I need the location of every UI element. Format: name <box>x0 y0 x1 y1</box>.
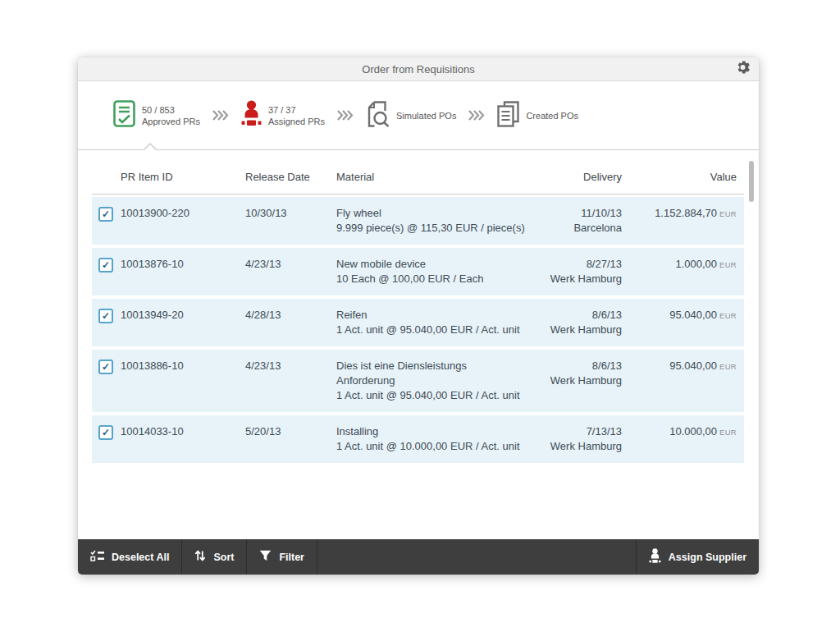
value-cell: 95.040,00EUR <box>622 308 737 337</box>
value-cell: 1.000,00EUR <box>622 257 737 286</box>
checkmark-icon: ✓ <box>102 428 110 437</box>
value-cell: 1.152.884,70EUR <box>622 206 737 236</box>
material-detail: 9.999 piece(s) @ 115,30 EUR / piece(s) <box>336 221 525 236</box>
pr-item-id-cell: 10013876-10 <box>121 257 245 286</box>
pr-item-id-cell: 10013949-20 <box>121 308 245 337</box>
pr-item-id-cell: 10013886-10 <box>121 359 245 403</box>
value-amount: 1.000,00 <box>675 258 717 270</box>
row-checkbox[interactable]: ✓ <box>98 360 113 374</box>
chevron-separator-icon <box>337 110 354 121</box>
deselect-all-button[interactable]: Deselect All <box>78 539 182 575</box>
material-name: Fly wheel <box>336 206 525 221</box>
table-row[interactable]: ✓ 10013886-10 4/23/13 Dies ist eine Dien… <box>92 350 744 412</box>
filter-funnel-icon <box>259 550 272 564</box>
row-checkbox[interactable]: ✓ <box>98 309 113 323</box>
delivery-date: 8/6/13 <box>540 308 622 323</box>
step-count: 50 / 853 <box>142 104 200 116</box>
currency-label: EUR <box>719 209 737 218</box>
column-header-material: Material <box>336 171 540 183</box>
value-amount: 95.040,00 <box>669 360 717 372</box>
step-text: 50 / 853 Approved PRs <box>142 104 200 127</box>
material-detail: 1 Act. unit @ 10.000,00 EUR / Act. unit <box>336 439 525 454</box>
step-label: Simulated POs <box>396 110 456 121</box>
sort-button[interactable]: Sort <box>182 539 247 575</box>
filter-button[interactable]: Filter <box>247 539 317 575</box>
delivery-location: Werk Hamburg <box>540 323 622 337</box>
pr-item-id-cell: 10013900-220 <box>121 206 245 236</box>
step-created-pos[interactable]: Created POs <box>497 101 578 131</box>
pr-items-table: PR Item ID Release Date Material Deliver… <box>78 150 759 539</box>
material-cell: Dies ist eine Diensleistungs Anforderung… <box>336 359 540 403</box>
value-amount: 1.152.884,70 <box>655 207 717 219</box>
delivery-location: Werk Hamburg <box>540 439 622 454</box>
material-detail: 1 Act. unit @ 95.040,00 EUR / Act. unit <box>336 323 525 337</box>
assigned-prs-supplier-stamp-icon <box>241 100 262 131</box>
table-row[interactable]: ✓ 10013876-10 4/23/13 New mobile device … <box>92 248 744 295</box>
delivery-location: Werk Hamburg <box>540 373 622 388</box>
gear-icon <box>736 61 750 78</box>
footer-toolbar: Deselect All Sort Filter <box>78 539 759 575</box>
table-body: ✓ 10013900-220 10/30/13 Fly wheel 9.999 … <box>78 197 759 463</box>
column-header-pr-item-id: PR Item ID <box>121 171 245 183</box>
delivery-date: 7/13/13 <box>540 424 622 439</box>
value-amount: 95.040,00 <box>669 309 717 321</box>
delivery-cell: 7/13/13 Werk Hamburg <box>540 424 622 454</box>
row-checkbox[interactable]: ✓ <box>98 258 113 272</box>
step-text: Created POs <box>526 110 578 121</box>
table-row[interactable]: ✓ 10013900-220 10/30/13 Fly wheel 9.999 … <box>92 197 744 245</box>
filter-label: Filter <box>279 552 304 563</box>
title-bar: Order from Requisitions <box>78 57 759 81</box>
material-name: Installing <box>336 424 525 439</box>
material-cell: New mobile device 10 Each @ 100,00 EUR /… <box>336 257 540 286</box>
currency-label: EUR <box>719 362 737 371</box>
assign-supplier-button[interactable]: Assign Supplier <box>636 539 759 575</box>
table-header-row: PR Item ID Release Date Material Deliver… <box>92 150 744 195</box>
created-pos-documents-icon <box>497 101 519 131</box>
delivery-cell: 8/27/13 Werk Hamburg <box>540 257 622 286</box>
checkmark-icon: ✓ <box>102 209 110 219</box>
supplier-stamp-icon <box>649 548 661 566</box>
settings-button[interactable] <box>736 61 750 78</box>
delivery-location: Barcelona <box>540 221 622 236</box>
table-row[interactable]: ✓ 10014033-10 5/20/13 Installing 1 Act. … <box>92 415 744 463</box>
currency-label: EUR <box>719 260 737 269</box>
table-row[interactable]: ✓ 10013949-20 4/28/13 Reifen 1 Act. unit… <box>92 299 744 346</box>
release-date-cell: 4/23/13 <box>245 257 336 286</box>
row-checkbox-cell: ✓ <box>92 308 121 337</box>
material-cell: Fly wheel 9.999 piece(s) @ 115,30 EUR / … <box>336 206 540 236</box>
release-date-cell: 4/23/13 <box>245 359 336 403</box>
delivery-cell: 8/6/13 Werk Hamburg <box>540 308 622 337</box>
step-simulated-pos[interactable]: Simulated POs <box>366 101 456 131</box>
step-assigned-prs[interactable]: 37 / 37 Assigned PRs <box>241 100 325 131</box>
deselect-all-label: Deselect All <box>112 552 169 563</box>
value-cell: 10.000,00EUR <box>622 424 737 454</box>
step-approved-prs[interactable]: 50 / 853 Approved PRs <box>113 100 200 131</box>
checkmark-icon: ✓ <box>102 311 110 321</box>
process-stepper: 50 / 853 Approved PRs <box>78 81 759 150</box>
simulated-pos-document-search-icon <box>366 101 390 131</box>
release-date-cell: 5/20/13 <box>245 424 336 454</box>
row-checkbox-cell: ✓ <box>92 424 121 454</box>
row-checkbox-cell: ✓ <box>92 206 121 236</box>
value-cell: 95.040,00EUR <box>622 359 737 403</box>
material-detail: 10 Each @ 100,00 EUR / Each <box>336 272 525 286</box>
sort-label: Sort <box>213 552 234 563</box>
step-text: 37 / 37 Assigned PRs <box>268 104 325 127</box>
row-checkbox[interactable]: ✓ <box>98 207 113 222</box>
assign-supplier-label: Assign Supplier <box>669 552 746 563</box>
material-name: Reifen <box>336 308 525 323</box>
vertical-scrollbar-thumb[interactable] <box>749 161 754 202</box>
value-amount: 10.000,00 <box>669 425 717 437</box>
active-step-notch <box>143 143 158 150</box>
step-label: Created POs <box>526 110 578 121</box>
order-from-requisitions-window: Order from Requisitions 50 / <box>78 57 759 575</box>
release-date-cell: 4/28/13 <box>245 308 336 337</box>
step-label: Approved PRs <box>142 116 200 127</box>
row-checkbox[interactable]: ✓ <box>98 425 113 440</box>
column-header-value: Value <box>622 171 737 183</box>
delivery-cell: 8/6/13 Werk Hamburg <box>540 359 622 403</box>
chevron-separator-icon <box>468 110 485 121</box>
delivery-date: 8/27/13 <box>540 257 622 272</box>
material-name: New mobile device <box>336 257 525 272</box>
delivery-date: 11/10/13 <box>540 206 622 221</box>
